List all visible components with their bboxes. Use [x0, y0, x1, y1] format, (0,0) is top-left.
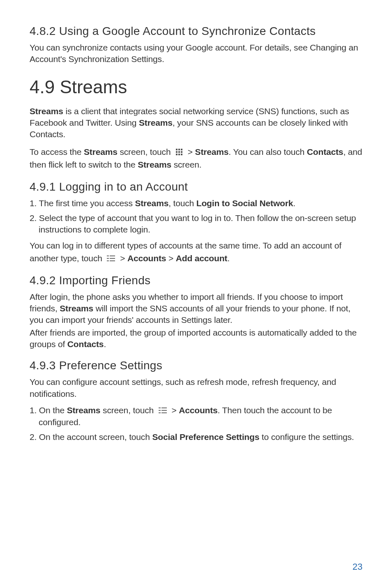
paragraph: You can synchronize contacts using your …	[30, 42, 362, 65]
text: to configure the settings.	[259, 432, 354, 442]
text: .	[227, 253, 230, 263]
bold-text: Add account	[176, 253, 227, 263]
paragraph: After login, the phone asks you whether …	[30, 291, 362, 326]
ordered-list: 1. On the Streams screen, touch > Accoun…	[30, 405, 362, 443]
text: screen, touch	[118, 147, 173, 157]
bold-text: Streams	[84, 147, 118, 157]
list-item: 1. The first time you access Streams, to…	[30, 198, 362, 209]
svg-rect-15	[159, 407, 161, 408]
text: 2. On the account screen, touch	[30, 432, 152, 442]
apps-grid-icon	[175, 148, 183, 156]
paragraph: After friends are imported, the group of…	[30, 327, 362, 350]
text: screen.	[171, 160, 201, 169]
svg-rect-10	[110, 256, 115, 256]
svg-rect-12	[110, 258, 115, 259]
svg-rect-4	[178, 151, 180, 153]
text: , touch	[168, 198, 196, 208]
bold-text: Social Preference Settings	[152, 432, 259, 442]
svg-rect-3	[176, 151, 178, 153]
bold-text: Contacts	[307, 147, 344, 157]
heading-4-9-1: 4.9.1 Logging in to an Account	[30, 180, 362, 193]
text: >	[188, 147, 195, 157]
svg-rect-13	[107, 260, 109, 261]
section-4-9-3: 4.9.3 Preference Settings You can config…	[30, 359, 362, 443]
svg-rect-17	[159, 410, 161, 411]
svg-rect-0	[176, 149, 178, 150]
list-item: 2. Select the type of account that you w…	[30, 212, 362, 236]
bold-text: Accounts	[127, 253, 166, 263]
bold-text: Streams	[135, 198, 168, 208]
svg-rect-6	[176, 154, 178, 155]
text: >	[120, 253, 127, 263]
section-4-9-2: 4.9.2 Importing Friends After login, the…	[30, 274, 362, 350]
heading-4-9: 4.9 Streams	[30, 77, 362, 97]
section-4-8-2: 4.8.2 Using a Google Account to Synchron…	[30, 25, 362, 65]
svg-rect-16	[161, 407, 167, 408]
svg-rect-20	[161, 412, 167, 413]
svg-rect-2	[181, 149, 182, 150]
svg-rect-8	[181, 154, 182, 155]
bold-text: Streams	[195, 147, 229, 157]
text: >	[171, 405, 179, 415]
svg-rect-1	[178, 149, 180, 150]
bold-text: Streams	[138, 160, 171, 169]
svg-rect-11	[107, 258, 109, 259]
heading-4-9-3: 4.9.3 Preference Settings	[30, 359, 362, 372]
ordered-list: 1. The first time you access Streams, to…	[30, 198, 362, 236]
heading-4-8-2: 4.8.2 Using a Google Account to Synchron…	[30, 25, 362, 38]
list-item: 1. On the Streams screen, touch > Accoun…	[30, 405, 362, 428]
svg-rect-5	[181, 151, 182, 153]
paragraph: You can log in to different types of acc…	[30, 239, 362, 265]
svg-rect-14	[110, 260, 115, 261]
paragraph: To access the Streams screen, touch > St…	[30, 145, 362, 171]
menu-icon	[107, 256, 115, 261]
list-item: 2. On the account screen, touch Social P…	[30, 431, 362, 443]
page-number: 23	[353, 562, 362, 572]
svg-rect-18	[161, 410, 167, 411]
section-4-9-1: 4.9.1 Logging in to an Account 1. The fi…	[30, 180, 362, 265]
text: To access the	[30, 147, 84, 157]
paragraph: Streams is a client that integrates soci…	[30, 106, 362, 140]
svg-rect-9	[107, 256, 109, 256]
text: 1. On the	[30, 405, 67, 415]
text: . You can also touch	[228, 147, 307, 157]
bold-text: Accounts	[179, 405, 217, 415]
text: .	[104, 339, 106, 349]
bold-text: Login to Social Network	[196, 198, 293, 208]
paragraph: You can configure account settings, such…	[30, 376, 362, 400]
text: 1. The first time you access	[30, 198, 135, 208]
svg-rect-7	[178, 154, 180, 155]
section-4-9: 4.9 Streams Streams is a client that int…	[30, 77, 362, 171]
bold-text: Streams	[30, 106, 63, 116]
menu-icon	[159, 407, 167, 413]
heading-4-9-2: 4.9.2 Importing Friends	[30, 274, 362, 287]
text: >	[166, 253, 175, 263]
bold-text: Streams	[139, 118, 173, 127]
bold-text: Streams	[60, 304, 93, 313]
text: .	[293, 198, 295, 208]
bold-text: Streams	[67, 405, 101, 415]
text: screen, touch	[100, 405, 156, 415]
svg-rect-19	[159, 412, 161, 413]
bold-text: Contacts	[67, 339, 104, 349]
